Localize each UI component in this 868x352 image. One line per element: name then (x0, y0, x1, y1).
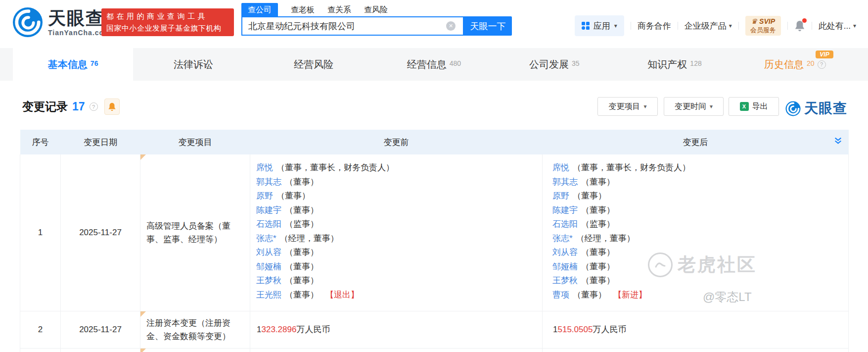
officer-link[interactable]: 曹项 (552, 290, 569, 300)
officer-link[interactable]: 张志* (256, 234, 276, 243)
officer-link[interactable]: 王光熙 (256, 290, 281, 300)
col-header-date: 变更日期 (61, 130, 140, 154)
row-no: 1 (20, 154, 61, 311)
officer-link[interactable]: 席悦 (256, 163, 273, 172)
tab-operating-info[interactable]: 经营信息 480 (374, 48, 494, 81)
officer-entry: 原野（董事） (256, 189, 537, 203)
officer-role: （董事） (276, 191, 310, 201)
officer-entry: 曹项（董事）【新进】 (552, 288, 843, 302)
row-change-item: 注册资本变更（注册资金、资金数额等变更） (140, 311, 250, 348)
row-after-cell: 1515.0505万人民币 (543, 311, 849, 348)
search-tab-boss[interactable]: 查老板 (291, 3, 315, 16)
col-header-before: 变更前 (250, 130, 543, 154)
capital-changed-digits: 515.0505 (557, 325, 593, 334)
subscribe-bell-button[interactable] (104, 99, 120, 115)
tab-history-info[interactable]: VIP 历史信息 20 ? (735, 48, 855, 81)
row-date: 2025-11-27 (61, 311, 140, 348)
officer-role: （董事） (573, 191, 606, 201)
officer-link[interactable]: 原野 (552, 191, 569, 201)
search-tab-relation[interactable]: 查关系 (327, 3, 351, 16)
col-header-item: 变更项目 (140, 130, 250, 154)
tab-count: 128 (690, 59, 701, 67)
logo-swirl-icon (12, 7, 43, 38)
officer-link[interactable]: 石选阳 (552, 219, 578, 229)
search-input[interactable] (241, 16, 464, 36)
apps-label: 应用 (594, 20, 610, 32)
crown-icon: ♛ (751, 17, 758, 25)
tab-label: 基本信息 (48, 58, 88, 71)
double-chevron-icon[interactable] (834, 137, 842, 148)
tab-intellectual-property[interactable]: 知识产权 128 (614, 48, 734, 81)
notification-dot (802, 18, 807, 23)
officer-link[interactable]: 刘从容 (256, 248, 281, 257)
tab-count: 76 (91, 59, 98, 67)
notification-bell[interactable] (794, 20, 805, 32)
help-icon[interactable]: ? (818, 60, 826, 69)
officer-link[interactable]: 陈建宇 (256, 205, 281, 215)
search-button[interactable]: 天眼一下 (464, 16, 512, 36)
nav-business-cooperation[interactable]: 商务合作 (638, 20, 671, 32)
filter-change-time-button[interactable]: 变更时间 ▾ (664, 97, 724, 116)
officer-entry: 原野（董事） (552, 189, 843, 203)
clear-icon[interactable]: ✕ (446, 21, 456, 31)
account-menu[interactable]: 此处有... ▾ (819, 20, 856, 32)
company-tabbar-inner: 基本信息 76 法律诉讼 经营风险 经营信息 480 公司发展 35 知识产权 … (13, 48, 855, 81)
svip-sublabel: 会员服务 (750, 26, 776, 34)
officer-link[interactable]: 石选阳 (256, 219, 281, 229)
officer-role: （监事） (581, 219, 615, 229)
slogan-line-2: 国家中小企业发展子基金旗下机构 (106, 22, 229, 34)
officer-link[interactable]: 邹娅楠 (256, 262, 281, 271)
officer-role: （董事，董事长，财务负责人） (276, 163, 394, 172)
officer-entry: 王梦秋（董事） (552, 274, 843, 288)
filter-change-item-button[interactable]: 变更项目 ▾ (597, 97, 658, 116)
officer-link[interactable]: 陈建宇 (552, 205, 578, 215)
svip-badge[interactable]: ♛ SVIP 会员服务 (745, 16, 781, 36)
officer-link[interactable]: 邹娅楠 (552, 262, 578, 271)
search-tab-company[interactable]: 查公司 (241, 3, 278, 16)
officer-link[interactable]: 刘从容 (552, 248, 578, 257)
row-change-item: 高级管理人员备案（董事、监事、经理等） (140, 154, 250, 311)
export-label: 导出 (752, 101, 768, 112)
nav-enterprise-products[interactable]: 企业级产品 ▾ (685, 20, 732, 32)
tab-basic-info[interactable]: 基本信息 76 (13, 48, 133, 81)
search-tabs: 查公司 查老板 查关系 查风险 (241, 3, 388, 16)
officer-link[interactable]: 郭其志 (552, 177, 578, 187)
change-record-table: 序号 变更日期 变更项目 变更前 变更后 1 2025-11 (20, 130, 849, 352)
officer-role: （董事） (581, 177, 615, 187)
tianyancha-logo[interactable]: 天眼查 TianYanCha.com (12, 7, 111, 38)
tab-count: 480 (450, 59, 461, 67)
tab-company-development[interactable]: 公司发展 35 (494, 48, 614, 81)
search-tab-risk[interactable]: 查风险 (364, 3, 388, 16)
filter-change-item-label: 变更项目 (608, 101, 640, 112)
officer-link[interactable]: 原野 (256, 191, 273, 201)
officer-role: （董事） (285, 205, 319, 215)
apps-menu[interactable]: 应用 ▾ (575, 15, 624, 36)
account-label: 此处有... (819, 20, 851, 32)
table-row: 2 2025-11-27 注册资本变更（注册资金、资金数额等变更） 1323.2… (20, 311, 849, 348)
export-button[interactable]: X 导出 (729, 97, 779, 116)
chevron-down-icon: ▾ (643, 103, 646, 110)
apps-grid-icon (582, 22, 590, 30)
officer-link[interactable]: 王梦秋 (256, 276, 281, 285)
tab-label: 公司发展 (529, 58, 569, 71)
vip-badge: VIP (816, 50, 833, 58)
officer-entry: 邹娅楠（董事） (256, 260, 537, 274)
officer-link[interactable]: 郭其志 (256, 177, 281, 187)
officer-role: （董事） (581, 205, 615, 215)
officer-role: （经理，董事） (576, 234, 635, 243)
tab-operating-risk[interactable]: 经营风险 (254, 48, 374, 81)
officer-link[interactable]: 张志* (552, 234, 573, 243)
row-after-cell: 席悦（董事，董事长，财务负责人） 郭其志（董事） 原野（董事） 陈建宇（董事） … (543, 154, 849, 311)
tab-legal-proceedings[interactable]: 法律诉讼 (133, 48, 253, 81)
search-box: ✕ 天眼一下 (241, 16, 512, 36)
officer-link[interactable]: 席悦 (552, 163, 569, 172)
logo-swirl-icon (785, 101, 801, 116)
divider (812, 22, 812, 30)
officer-link[interactable]: 王梦秋 (552, 276, 578, 285)
help-icon[interactable]: ? (90, 102, 98, 111)
row-after-cell (543, 348, 849, 352)
brand-name: 天眼查 (804, 99, 847, 118)
row-date (61, 348, 140, 352)
divider (631, 22, 631, 30)
chevron-down-icon: ▾ (710, 103, 713, 110)
